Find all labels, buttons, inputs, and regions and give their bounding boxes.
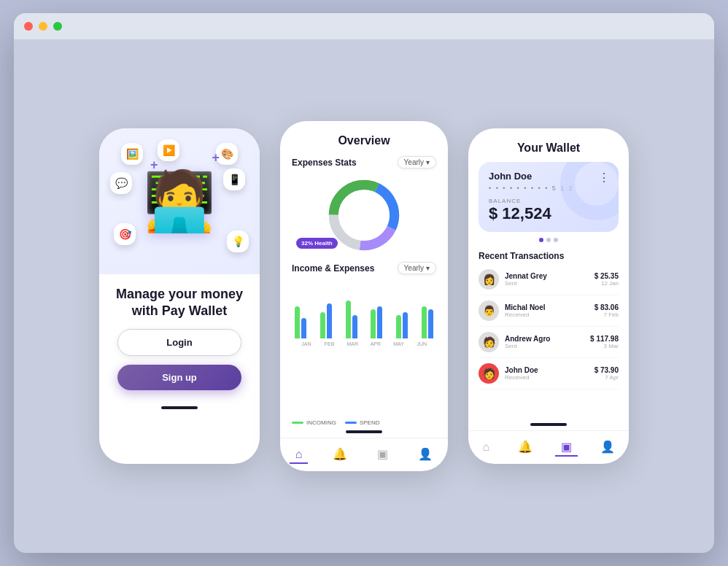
floating-icon-4: 💬 bbox=[110, 172, 132, 194]
nav3-person-icon[interactable]: 👤 bbox=[595, 437, 621, 457]
transaction-amount-2: $ 83.06 bbox=[595, 303, 619, 311]
transaction-amount-1: $ 25.35 bbox=[595, 272, 619, 280]
transaction-info-1: Jennat Grey Sent bbox=[505, 272, 589, 287]
nav3-home-icon[interactable]: ⌂ bbox=[476, 438, 495, 457]
transaction-info-4: John Doe Received bbox=[505, 366, 589, 381]
incoming-dot bbox=[292, 422, 303, 424]
avatar-1: 👩 bbox=[479, 269, 499, 290]
browser-window: 🖼️ ▶️ 🎨 💬 📱 🎯 💡 + + 🧑‍💻 Manage your mone… bbox=[14, 13, 714, 553]
donut-health-label: 32% Health bbox=[296, 238, 338, 249]
phone-overview: Overview Expenses Stats Yearly ▾ bbox=[280, 121, 448, 471]
transaction-type-1: Sent bbox=[505, 280, 589, 287]
card-menu-button[interactable]: ⋮ bbox=[598, 171, 610, 185]
transaction-item-3: 🧑 Andrew Agro Sent $ 117.98 3 Mar bbox=[479, 327, 619, 358]
transaction-name-4: John Doe bbox=[505, 366, 589, 374]
nav-person-icon[interactable]: 👤 bbox=[412, 444, 438, 464]
expenses-stats-label: Expenses Stats bbox=[292, 158, 357, 168]
transaction-info-2: Michal Noel Received bbox=[505, 303, 589, 318]
signup-button[interactable]: Sign up bbox=[117, 365, 241, 390]
transaction-list: 👩 Jennat Grey Sent $ 25.35 12 Jan 👨 Mich… bbox=[468, 264, 629, 422]
label-feb: FEB bbox=[318, 341, 341, 346]
nav3-bell-icon[interactable]: 🔔 bbox=[512, 437, 538, 457]
browser-content: 🖼️ ▶️ 🎨 💬 📱 🎯 💡 + + 🧑‍💻 Manage your mone… bbox=[14, 39, 714, 553]
bar-may bbox=[396, 312, 408, 338]
dot-2[interactable] bbox=[546, 238, 551, 242]
card-pagination bbox=[468, 238, 629, 242]
transaction-date-4: 7 Apr bbox=[595, 374, 619, 381]
transaction-name-3: Andrew Agro bbox=[505, 335, 584, 343]
close-button[interactable] bbox=[24, 22, 33, 31]
income-expenses-header: Income & Expenses Yearly ▾ bbox=[280, 259, 448, 277]
transaction-amount-4: $ 73.90 bbox=[595, 366, 619, 374]
legend-spend: SPEND bbox=[345, 419, 380, 426]
nav3-wallet-icon[interactable]: ▣ bbox=[555, 437, 578, 457]
minimize-button[interactable] bbox=[39, 22, 47, 31]
bar-chart-container: JAN FEB MAR APR MAY JUN bbox=[280, 277, 448, 415]
transaction-name-1: Jennat Grey bbox=[505, 272, 589, 280]
transaction-type-2: Received bbox=[505, 311, 589, 318]
legend-incoming: INCOMING bbox=[292, 419, 336, 426]
floating-icon-5: 📱 bbox=[223, 168, 245, 190]
phone1-content-area: Manage your money with Pay Wallet Login … bbox=[99, 274, 260, 402]
bar-jun bbox=[422, 306, 433, 338]
donut-chart-container: 32% Health bbox=[280, 171, 448, 259]
nav-bell-icon[interactable]: 🔔 bbox=[327, 444, 353, 464]
transaction-amount-col-4: $ 73.90 7 Apr bbox=[595, 366, 619, 381]
chart-legend: INCOMING SPEND bbox=[280, 415, 448, 429]
bar-month-labels: JAN FEB MAR APR MAY JUN bbox=[292, 338, 436, 346]
nav-home-icon[interactable]: ⌂ bbox=[290, 445, 309, 464]
transaction-type-3: Sent bbox=[505, 343, 584, 349]
phone-wallet: Your Wallet John Doe ⋮ • • • • • • • • •… bbox=[468, 128, 629, 464]
browser-titlebar bbox=[14, 13, 714, 39]
wallet-title: Your Wallet bbox=[468, 128, 629, 162]
transaction-date-3: 3 Mar bbox=[590, 343, 619, 349]
phone-login: 🖼️ ▶️ 🎨 💬 📱 🎯 💡 + + 🧑‍💻 Manage your mone… bbox=[99, 128, 260, 464]
recent-transactions-label: Recent Transactions bbox=[468, 247, 629, 264]
home-indicator-3 bbox=[530, 423, 567, 426]
fullscreen-button[interactable] bbox=[53, 22, 62, 31]
transaction-amount-col-1: $ 25.35 12 Jan bbox=[595, 272, 619, 287]
dot-3[interactable] bbox=[554, 238, 558, 242]
floating-icon-6: 🎯 bbox=[114, 223, 136, 245]
floating-icon-7: 💡 bbox=[227, 230, 249, 252]
transaction-amount-col-2: $ 83.06 7 Feb bbox=[595, 303, 619, 318]
transaction-amount-3: $ 117.98 bbox=[590, 335, 619, 343]
bar-jan bbox=[295, 306, 306, 338]
bar-apr bbox=[371, 306, 382, 338]
floating-icon-2: ▶️ bbox=[158, 139, 179, 161]
vr-figure: 🧑‍💻 bbox=[143, 167, 216, 236]
transaction-date-2: 7 Feb bbox=[595, 311, 619, 318]
login-button[interactable]: Login bbox=[117, 329, 241, 356]
label-jun: JUN bbox=[410, 341, 433, 346]
label-may: MAY bbox=[387, 341, 411, 346]
yearly-dropdown[interactable]: Yearly ▾ bbox=[398, 156, 436, 168]
home-indicator-1 bbox=[161, 406, 198, 409]
bar-feb bbox=[320, 303, 332, 338]
expenses-stats-header: Expenses Stats Yearly ▾ bbox=[280, 153, 448, 171]
transaction-item-2: 👨 Michal Noel Received $ 83.06 7 Feb bbox=[479, 295, 619, 327]
overview-title: Overview bbox=[280, 121, 448, 153]
bottom-nav-2: ⌂ 🔔 ▣ 👤 bbox=[280, 438, 448, 471]
label-mar: MAR bbox=[341, 341, 364, 346]
income-expenses-label: Income & Expenses bbox=[292, 263, 374, 274]
nav-wallet-icon[interactable]: ▣ bbox=[371, 444, 394, 464]
transaction-amount-col-3: $ 117.98 3 Mar bbox=[590, 335, 619, 349]
label-apr: APR bbox=[364, 341, 387, 346]
bar-mar bbox=[346, 301, 357, 338]
plus-decoration-2: + bbox=[212, 150, 220, 166]
spend-dot bbox=[345, 422, 357, 424]
home-indicator-2 bbox=[346, 430, 382, 433]
label-jan: JAN bbox=[295, 341, 318, 346]
avatar-3: 🧑 bbox=[479, 332, 499, 352]
bar-chart bbox=[292, 280, 436, 338]
transaction-item-1: 👩 Jennat Grey Sent $ 25.35 12 Jan bbox=[479, 264, 619, 295]
phone1-headline: Manage your money with Pay Wallet bbox=[114, 286, 245, 320]
transaction-date-1: 12 Jan bbox=[595, 280, 619, 287]
dot-1[interactable] bbox=[539, 238, 543, 242]
transaction-item-4: 🧑 John Doe Received $ 73.90 7 Apr bbox=[479, 358, 619, 389]
transaction-name-2: Michal Noel bbox=[505, 303, 589, 311]
illustration-area: 🖼️ ▶️ 🎨 💬 📱 🎯 💡 + + 🧑‍💻 bbox=[99, 128, 260, 274]
floating-icon-1: 🖼️ bbox=[121, 143, 143, 165]
avatar-4: 🧑 bbox=[479, 363, 499, 384]
income-yearly-dropdown[interactable]: Yearly ▾ bbox=[398, 262, 436, 274]
